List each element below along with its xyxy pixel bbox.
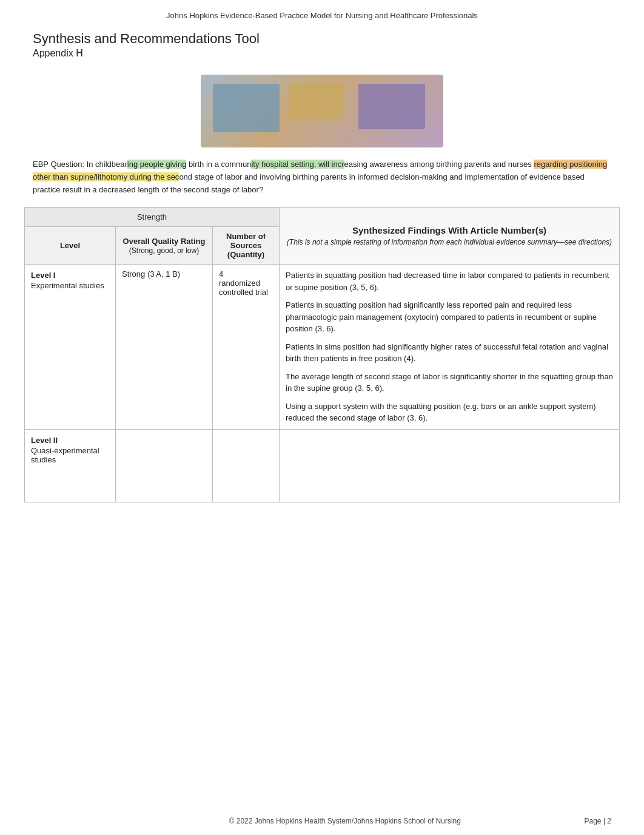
level-main-1: Level II — [31, 436, 109, 445]
page-wrapper: Johns Hopkins Evidence-Based Practice Mo… — [0, 0, 644, 835]
page-footer: © 2022 Johns Hopkins Health System/Johns… — [0, 807, 644, 835]
quality-cell-0: Strong (3 A, 1 B) — [116, 265, 213, 430]
level-cell-1: Level IIQuasi-experimental studies — [25, 429, 116, 502]
table-section: Strength Synthesized Findings With Artic… — [0, 207, 644, 515]
doc-title: Synthesis and Recommendations Tool — [33, 31, 611, 47]
sources-count-0: 4 — [219, 269, 273, 279]
ebp-question: EBP Question: In childbearing people giv… — [0, 154, 644, 207]
sources-label-0: randomized controlled trial — [219, 279, 273, 297]
col-header-level: Level — [25, 227, 116, 265]
findings-cell-0: Patients in squatting position had decre… — [280, 265, 620, 430]
col-header-sources: Number of Sources (Quantity) — [213, 227, 280, 265]
sources-cell-0: 4randomized controlled trial — [213, 265, 280, 430]
strength-row: Strength Synthesized Findings With Artic… — [25, 208, 620, 227]
findings-header-title: Synthesized Findings With Article Number… — [286, 225, 613, 235]
highlight-orange-1: regarding positioning — [534, 160, 607, 169]
highlight-green-2: ity hospital setting, will incr — [251, 160, 344, 169]
highlight-green-1: ing people giving — [127, 160, 187, 169]
level-main-0: Level I — [31, 271, 109, 280]
finding-0-4: Using a support system with the squattin… — [286, 401, 613, 424]
col-header-quality: Overall Quality Rating (Strong, good, or… — [116, 227, 213, 265]
highlight-yellow-1: other than supine/lithotomy during the s… — [33, 172, 179, 181]
ebp-mid1: birth in a commun — [186, 160, 251, 169]
finding-0-0: Patients in squatting position had decre… — [286, 269, 613, 293]
doc-title-section: Synthesis and Recommendations Tool Appen… — [0, 25, 644, 63]
evidence-table: Strength Synthesized Findings With Artic… — [24, 207, 620, 502]
findings-header-cell: Synthesized Findings With Article Number… — [280, 208, 620, 265]
header-line: Johns Hopkins Evidence-Based Practice Mo… — [166, 11, 478, 20]
image-overlay — [358, 84, 425, 129]
top-header: Johns Hopkins Evidence-Based Practice Mo… — [0, 0, 644, 25]
findings-header-sub: (This is not a simple restating of infor… — [286, 238, 613, 246]
table-row: Level IIQuasi-experimental studies — [25, 429, 620, 502]
strength-header: Strength — [25, 208, 280, 227]
level-sub-0: Experimental studies — [31, 281, 109, 290]
sources-cell-1 — [213, 429, 280, 502]
level-cell-0: Level IExperimental studies — [25, 265, 116, 430]
quality-cell-1 — [116, 429, 213, 502]
ebp-prefix: EBP Question: In childbear — [33, 160, 127, 169]
footer-copyright: © 2022 Johns Hopkins Health System/Johns… — [106, 817, 585, 825]
finding-0-3: The average length of second stage of la… — [286, 371, 613, 394]
level-sub-1: Quasi-experimental studies — [31, 446, 109, 464]
doc-subtitle: Appendix H — [33, 48, 611, 59]
finding-0-2: Patients in sims position had significan… — [286, 341, 613, 365]
cover-image — [201, 75, 443, 147]
findings-cell-1 — [280, 429, 620, 502]
ebp-mid2: easing awareness among birthing parents … — [344, 160, 534, 169]
image-section — [0, 63, 644, 154]
table-row: Level IExperimental studiesStrong (3 A, … — [25, 265, 620, 430]
footer-page: Page | 2 — [585, 817, 611, 825]
finding-0-1: Patients in squatting position had signi… — [286, 299, 613, 335]
